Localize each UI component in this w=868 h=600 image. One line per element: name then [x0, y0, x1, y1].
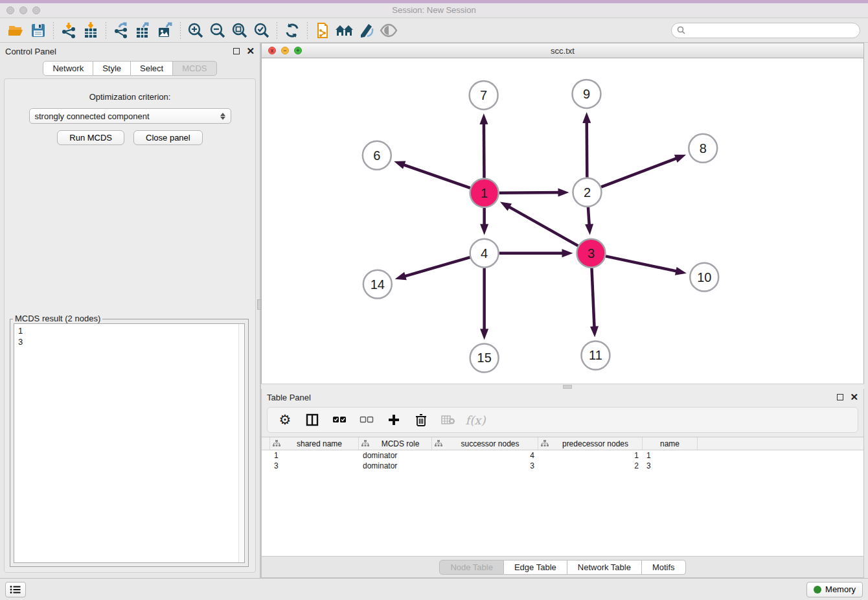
- search-field[interactable]: [671, 23, 860, 38]
- status-bar: Memory: [0, 578, 868, 600]
- criterion-dropdown[interactable]: strongly connected component: [29, 108, 231, 124]
- tab-edge-table[interactable]: Edge Table: [504, 560, 567, 575]
- result-scrollbar[interactable]: [238, 324, 244, 562]
- toolbar-separator: [53, 22, 54, 39]
- edge-arrowhead: [562, 249, 573, 257]
- mcds-tab-content: Optimization criterion: strongly connect…: [4, 78, 256, 573]
- column-header-mcds-role[interactable]: MCDS role: [359, 437, 432, 450]
- graph-node-label: 6: [373, 148, 380, 162]
- network-window-title: scc.txt: [262, 46, 863, 56]
- column-header-shared-name[interactable]: shared name: [270, 437, 359, 450]
- table-panel-title: Table Panel: [267, 393, 311, 402]
- tab-network[interactable]: Network: [43, 61, 93, 76]
- delete-table-icon[interactable]: [440, 411, 457, 428]
- toolbar-separator: [106, 22, 106, 39]
- table-float-icon[interactable]: [837, 394, 843, 400]
- table-row[interactable]: 3 dominator 3 2 3: [262, 461, 863, 471]
- tab-style[interactable]: Style: [93, 61, 131, 76]
- edge-1-7[interactable]: [484, 121, 485, 178]
- search-input[interactable]: [689, 25, 854, 35]
- delete-column-trash-icon[interactable]: [413, 411, 429, 428]
- edge-arrowhead: [480, 329, 488, 340]
- horizontal-splitter-grip[interactable]: [563, 385, 572, 389]
- zoom-out-icon[interactable]: [207, 20, 229, 41]
- graph-node-label: 8: [700, 141, 707, 155]
- toolbar-separator: [277, 22, 277, 39]
- open-file-icon[interactable]: [5, 20, 27, 41]
- control-panel-tabs: Network Style Select MCDS: [43, 61, 216, 76]
- graph-node-label: 9: [583, 86, 590, 100]
- show-hide-icon[interactable]: [378, 20, 400, 41]
- unselect-all-columns-icon[interactable]: [358, 411, 375, 428]
- network-window: x − + scc.txt 7968124314101511: [261, 43, 864, 384]
- zoom-in-icon[interactable]: [185, 20, 207, 41]
- graph-node-label: 2: [584, 185, 591, 199]
- memory-label: Memory: [825, 584, 856, 594]
- cell-shared-name: 1: [270, 451, 359, 460]
- edge-arrowhead: [558, 188, 569, 196]
- tab-motifs[interactable]: Motifs: [642, 560, 686, 575]
- close-panel-icon[interactable]: ✕: [246, 48, 255, 54]
- refresh-icon[interactable]: [281, 20, 303, 41]
- vertical-splitter-grip[interactable]: [257, 299, 261, 310]
- memory-status-icon: [814, 586, 821, 594]
- toolbar-separator: [307, 22, 308, 39]
- export-table-icon[interactable]: [132, 20, 154, 41]
- column-header-successor-nodes[interactable]: successor nodes: [432, 437, 538, 450]
- horizontal-splitter[interactable]: [261, 384, 864, 389]
- cell-shared-name: 3: [270, 461, 359, 470]
- close-panel-button[interactable]: Close panel: [133, 130, 203, 145]
- mcds-result-title: MCDS result (2 nodes): [13, 314, 102, 323]
- edge-3-1[interactable]: [507, 205, 578, 246]
- first-neighbors-icon[interactable]: [334, 20, 356, 41]
- task-history-button[interactable]: [5, 582, 26, 597]
- select-all-columns-icon[interactable]: [331, 411, 348, 428]
- show-columns-icon[interactable]: [304, 411, 321, 428]
- edge-3-11[interactable]: [591, 268, 594, 329]
- node-table[interactable]: shared name MCDS role successor nodes pr…: [262, 437, 863, 557]
- top-accent-strip: [0, 0, 868, 3]
- column-type-icon: [541, 440, 549, 447]
- network-canvas[interactable]: 7968124314101511: [262, 58, 863, 384]
- import-table-icon[interactable]: [80, 20, 102, 41]
- import-network-icon[interactable]: [58, 20, 80, 41]
- table-panel: Table Panel ✕ ⚙: [261, 389, 864, 578]
- edge-arrowhead: [590, 326, 599, 337]
- clone-network-icon[interactable]: [312, 20, 334, 41]
- zoom-selected-icon[interactable]: [251, 20, 273, 41]
- zoom-fit-icon[interactable]: [229, 20, 251, 41]
- function-builder-icon[interactable]: f(x): [467, 411, 484, 428]
- edge-arrowhead: [394, 161, 405, 168]
- table-close-icon[interactable]: ✕: [850, 394, 858, 400]
- tab-mcds[interactable]: MCDS: [173, 61, 216, 76]
- annotation-icon[interactable]: [356, 20, 378, 41]
- edge-2-9[interactable]: [587, 120, 588, 177]
- edge-4-14[interactable]: [403, 257, 470, 277]
- edge-1-2[interactable]: [499, 192, 561, 193]
- edge-3-10[interactable]: [606, 256, 678, 271]
- edge-arrowhead: [395, 271, 407, 279]
- edge-2-8[interactable]: [601, 157, 678, 187]
- edge-2-3[interactable]: [588, 207, 589, 226]
- memory-button[interactable]: Memory: [806, 582, 863, 597]
- mcds-result-list[interactable]: 1 3: [14, 323, 245, 563]
- save-session-icon[interactable]: [27, 20, 49, 41]
- column-header-predecessor-nodes[interactable]: predecessor nodes: [538, 437, 643, 450]
- column-header-name[interactable]: name: [643, 437, 698, 450]
- table-options-gear-icon[interactable]: ⚙: [277, 411, 293, 428]
- tab-node-table[interactable]: Node Table: [439, 560, 504, 575]
- node-table-header: shared name MCDS role successor nodes pr…: [262, 437, 863, 450]
- main-toolbar: [0, 18, 868, 43]
- float-panel-icon[interactable]: [233, 48, 240, 54]
- export-image-icon[interactable]: [154, 20, 176, 41]
- run-mcds-button[interactable]: Run MCDS: [57, 130, 124, 145]
- cell-successor-nodes: 3: [432, 461, 538, 470]
- edge-1-6[interactable]: [402, 164, 470, 188]
- tab-select[interactable]: Select: [131, 61, 173, 76]
- graph-node-label: 10: [697, 270, 711, 284]
- tab-network-table[interactable]: Network Table: [567, 560, 642, 575]
- create-column-icon[interactable]: [385, 411, 402, 428]
- table-tabs-bar: Node Table Edge Table Network Table Moti…: [262, 557, 863, 577]
- export-network-icon[interactable]: [110, 20, 132, 41]
- table-row[interactable]: 1 dominator 4 1 1: [262, 450, 863, 461]
